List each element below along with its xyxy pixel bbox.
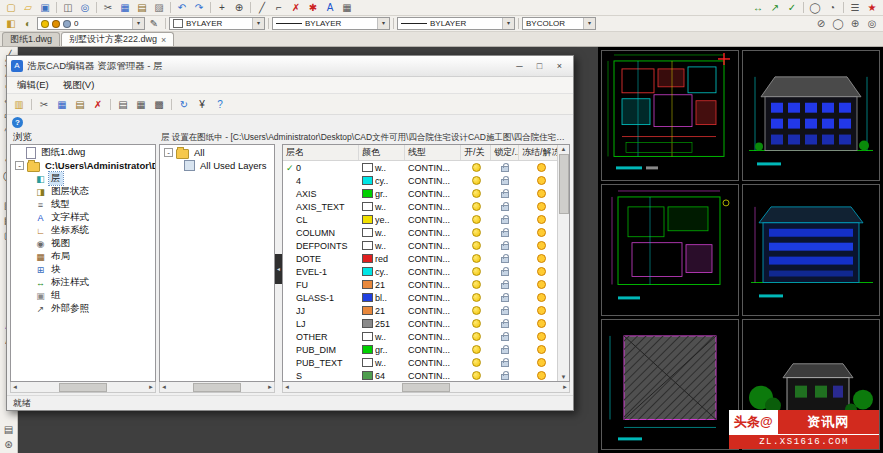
layer-freeze-cell[interactable] <box>519 163 557 172</box>
scrollbar-thumb[interactable] <box>559 154 569 214</box>
table-row[interactable]: FU21CONTIN... <box>283 278 557 291</box>
layer-color-cell[interactable]: bl.. <box>359 293 405 303</box>
layer-linetype-cell[interactable]: CONTIN... <box>405 358 461 368</box>
filter-horizontal-scrollbar[interactable]: ◄ ► <box>159 382 275 393</box>
layer-onoff-cell[interactable] <box>461 371 491 380</box>
layer-color-cell[interactable]: w.. <box>359 241 405 251</box>
color-swatch[interactable] <box>362 202 373 211</box>
tree-item-linetypes[interactable]: ≡线型 <box>11 198 155 211</box>
tree-item-layouts[interactable]: ▦布局 <box>11 250 155 263</box>
scroll-right-icon[interactable]: ► <box>148 384 154 390</box>
scroll-down-icon[interactable]: ▼ <box>561 374 567 380</box>
scroll-right-icon[interactable]: ► <box>562 384 568 390</box>
layer-linetype-cell[interactable]: CONTIN... <box>405 267 461 277</box>
layer-lock-cell[interactable] <box>491 280 519 289</box>
layer-freeze-cell[interactable] <box>519 358 557 367</box>
on-off-icon[interactable] <box>472 371 481 380</box>
layer-lock-cell[interactable] <box>491 254 519 263</box>
freeze-icon[interactable] <box>537 228 546 237</box>
tree-item-xrefs[interactable]: ↗外部参照 <box>11 302 155 315</box>
on-off-icon[interactable] <box>472 215 481 224</box>
column-header[interactable]: 冻结/解冻 <box>519 145 557 160</box>
layer-lock-cell[interactable] <box>491 228 519 237</box>
layer-lock-cell[interactable] <box>491 241 519 250</box>
scroll-right-icon[interactable]: ► <box>267 384 273 390</box>
on-off-icon[interactable] <box>472 358 481 367</box>
text-icon[interactable]: A <box>322 1 338 15</box>
tree-item-text-styles[interactable]: A文字样式 <box>11 211 155 224</box>
layer-freeze-cell[interactable] <box>519 202 557 211</box>
layer-color-cell[interactable]: red <box>359 254 405 264</box>
lineweight-combo[interactable]: BYLAYER▾ <box>397 17 515 30</box>
on-off-icon[interactable] <box>472 202 481 211</box>
layer-color-cell[interactable]: gr.. <box>359 345 405 355</box>
lock-icon[interactable] <box>501 309 509 315</box>
color-swatch[interactable] <box>362 306 373 315</box>
minimize-button[interactable]: ─ <box>510 58 529 74</box>
table-tool-icon[interactable]: ▤ <box>2 423 16 436</box>
freeze-icon[interactable] <box>537 280 546 289</box>
on-off-icon[interactable] <box>472 267 481 276</box>
layer-onoff-cell[interactable] <box>461 293 491 302</box>
freeze-icon[interactable] <box>537 163 546 172</box>
layer-properties-icon[interactable]: ◧ <box>3 17 19 31</box>
help-icon[interactable]: ? <box>212 97 228 112</box>
cut-icon[interactable]: ✂ <box>36 97 52 112</box>
lock-icon[interactable] <box>501 218 509 224</box>
chevron-down-icon[interactable]: ▾ <box>502 18 514 29</box>
view-circle-icon[interactable]: ◯ <box>807 1 823 15</box>
layer-onoff-cell[interactable] <box>461 319 491 328</box>
chevron-down-icon[interactable]: ▾ <box>132 18 144 29</box>
layer-freeze-cell[interactable] <box>519 371 557 380</box>
on-off-icon[interactable] <box>472 332 481 341</box>
chevron-down-icon[interactable]: ▾ <box>252 18 264 29</box>
layer-color-cell[interactable]: cy.. <box>359 176 405 186</box>
layer-freeze-cell[interactable] <box>519 332 557 341</box>
tree-expander-icon[interactable]: - <box>164 148 173 157</box>
table-row[interactable]: PUB_DIMgr..CONTIN... <box>283 343 557 356</box>
zoom-icon[interactable]: ⊕ <box>231 1 247 15</box>
table-row[interactable]: LJ251CONTIN... <box>283 317 557 330</box>
layer-freeze-cell[interactable] <box>519 176 557 185</box>
target-icon[interactable]: ◎ <box>864 17 880 31</box>
lock-icon[interactable] <box>501 374 509 380</box>
table-horizontal-scrollbar[interactable]: ◄ ► <box>282 382 570 393</box>
layer-linetype-cell[interactable]: CONTIN... <box>405 371 461 381</box>
open-icon[interactable]: ▱ <box>20 1 36 15</box>
copy-icon[interactable]: ▦ <box>117 1 133 15</box>
layer-color-cell[interactable]: 251 <box>359 319 405 329</box>
color-swatch[interactable] <box>362 189 373 198</box>
layer-lock-cell[interactable] <box>491 306 519 315</box>
redo-icon[interactable]: ↷ <box>191 1 207 15</box>
table-row[interactable]: GLASS-1bl..CONTIN... <box>283 291 557 304</box>
layer-freeze-cell[interactable] <box>519 228 557 237</box>
color-swatch[interactable] <box>362 332 373 341</box>
layer-freeze-cell[interactable] <box>519 215 557 224</box>
on-off-icon[interactable] <box>472 241 481 250</box>
column-header[interactable]: 颜色 <box>359 145 405 160</box>
table-row[interactable]: OTHERw..CONTIN... <box>283 330 557 343</box>
table-row[interactable]: AXISgr..CONTIN... <box>283 187 557 200</box>
table-row[interactable]: COLUMNw..CONTIN... <box>283 226 557 239</box>
tab-villa-plan[interactable]: 别墅设计方案222.dwg× <box>61 32 174 46</box>
color-combo[interactable]: BYLAYER▾ <box>169 17 265 30</box>
column-header[interactable]: 锁定/... <box>491 145 519 160</box>
color-swatch[interactable] <box>362 215 373 224</box>
color-swatch[interactable] <box>362 345 373 354</box>
layer-lock-cell[interactable] <box>491 358 519 367</box>
table-row[interactable]: AXIS_TEXTw..CONTIN... <box>283 200 557 213</box>
match-properties-icon[interactable]: ▨ <box>151 1 167 15</box>
properties-icon[interactable]: ☰ <box>847 1 863 15</box>
layer-color-cell[interactable]: w.. <box>359 358 405 368</box>
freeze-icon[interactable] <box>537 267 546 276</box>
table-row[interactable]: 4cy..CONTIN... <box>283 174 557 187</box>
freeze-icon[interactable] <box>537 371 546 380</box>
layer-linetype-cell[interactable]: CONTIN... <box>405 215 461 225</box>
layer-freeze-cell[interactable] <box>519 254 557 263</box>
close-button[interactable]: × <box>550 58 569 74</box>
layer-linetype-cell[interactable]: CONTIN... <box>405 293 461 303</box>
layer-color-cell[interactable]: w.. <box>359 332 405 342</box>
lock-icon[interactable] <box>501 244 509 250</box>
erase-icon[interactable]: ✗ <box>288 1 304 15</box>
line-icon[interactable]: ╱ <box>254 1 270 15</box>
